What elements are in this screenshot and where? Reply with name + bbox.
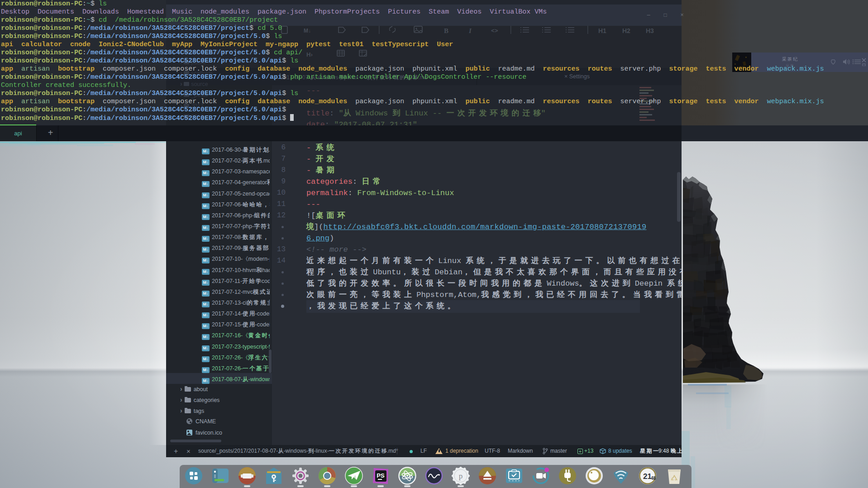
svg-text:PS: PS: [377, 472, 385, 479]
svg-text:H3: H3: [646, 27, 654, 34]
svg-text:H›: H›: [306, 51, 313, 58]
svg-text:H1: H1: [598, 27, 606, 34]
svg-text:I: I: [468, 27, 472, 34]
svg-text:H2: H2: [622, 27, 630, 34]
svg-text:p: p: [459, 472, 463, 480]
svg-text:<>: <>: [491, 28, 498, 34]
svg-text:M↓: M↓: [304, 28, 311, 34]
svg-text:B: B: [444, 27, 448, 34]
svg-text:48: 48: [651, 476, 656, 481]
